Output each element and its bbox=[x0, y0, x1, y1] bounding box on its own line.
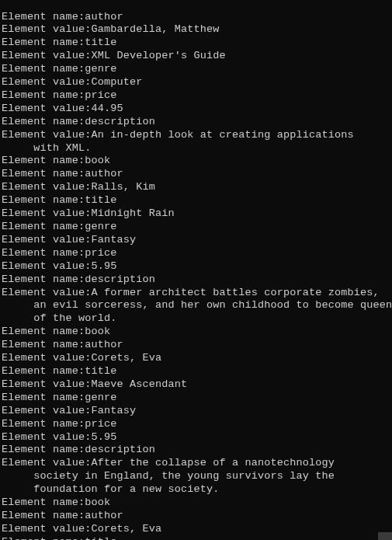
console-line: Element value:5.95 bbox=[2, 431, 390, 444]
console-line: Element value:Corets, Eva bbox=[2, 523, 390, 536]
console-output: Element name:authorElement value:Gambard… bbox=[0, 11, 392, 541]
console-line: Element value:Ralls, Kim bbox=[2, 181, 390, 194]
console-line: Element value:44.95 bbox=[2, 103, 390, 116]
console-line: of the world. bbox=[2, 312, 390, 326]
console-line: foundation for a new society. bbox=[2, 483, 390, 496]
console-line: Element name:author bbox=[2, 168, 390, 181]
console-line: Element name:description bbox=[2, 444, 390, 457]
console-line: Element name:price bbox=[2, 247, 390, 260]
console-line: Element name:title bbox=[2, 536, 390, 540]
console-line: Element name:book bbox=[2, 326, 390, 339]
console-line: Element name:book bbox=[2, 496, 390, 510]
console-line: Element name:description bbox=[2, 273, 390, 287]
console-line: Element name:title bbox=[2, 365, 390, 378]
console-line: an evil sorceress, and her own childhood… bbox=[2, 299, 390, 312]
console-line: Element value:Maeve Ascendant bbox=[2, 378, 390, 392]
console-line: Element name:author bbox=[2, 339, 390, 352]
console-line: Element value:A former architect battles… bbox=[2, 287, 390, 300]
console-line: Element name:price bbox=[2, 89, 390, 103]
console-line: Element name:genre bbox=[2, 392, 390, 405]
console-line: Element value:Fantasy bbox=[2, 405, 390, 418]
console-line: Element name:title bbox=[2, 37, 390, 50]
console-line: Element name:description bbox=[2, 116, 390, 129]
console-line: Element name:genre bbox=[2, 221, 390, 234]
console-line: Element name:book bbox=[2, 155, 390, 168]
console-line: Element name:title bbox=[2, 194, 390, 207]
console-line: Element name:author bbox=[2, 11, 390, 24]
console-line: Element name:price bbox=[2, 418, 390, 431]
console-line: Element value:XML Developer's Guide bbox=[2, 50, 390, 63]
console-line: Element value:5.95 bbox=[2, 260, 390, 273]
console-line: Element value:After the collapse of a na… bbox=[2, 457, 390, 470]
console-line: society in England, the young survivors … bbox=[2, 470, 390, 483]
console-line: Element value:Midnight Rain bbox=[2, 207, 390, 221]
console-line: Element value:Gambardella, Matthew bbox=[2, 23, 390, 37]
console-line: Element value:Computer bbox=[2, 76, 390, 89]
console-line: Element value:Corets, Eva bbox=[2, 352, 390, 365]
console-line: Element name:genre bbox=[2, 63, 390, 76]
resize-grip[interactable] bbox=[378, 532, 392, 540]
console-line: Element value:An in-depth look at creati… bbox=[2, 129, 390, 142]
console-line: Element value:Fantasy bbox=[2, 234, 390, 247]
console-line: Element name:author bbox=[2, 510, 390, 523]
console-line: with XML. bbox=[2, 142, 390, 155]
